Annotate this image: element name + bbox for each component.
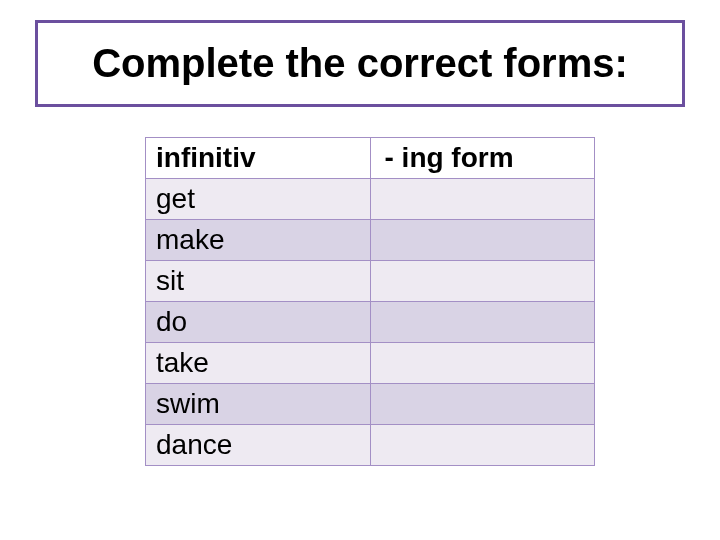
cell-ingform[interactable]	[370, 220, 595, 261]
cell-ingform[interactable]	[370, 179, 595, 220]
title-container: Complete the correct forms:	[35, 20, 685, 107]
header-infinitiv: infinitiv	[146, 138, 371, 179]
cell-infinitiv: do	[146, 302, 371, 343]
table-row: make	[146, 220, 595, 261]
cell-ingform[interactable]	[370, 302, 595, 343]
cell-ingform[interactable]	[370, 384, 595, 425]
cell-ingform[interactable]	[370, 343, 595, 384]
table-row: get	[146, 179, 595, 220]
header-ingform: - ing form	[370, 138, 595, 179]
table-row: take	[146, 343, 595, 384]
cell-ingform[interactable]	[370, 425, 595, 466]
cell-infinitiv: take	[146, 343, 371, 384]
cell-infinitiv: swim	[146, 384, 371, 425]
cell-infinitiv: dance	[146, 425, 371, 466]
table-row: sit	[146, 261, 595, 302]
cell-infinitiv: sit	[146, 261, 371, 302]
cell-infinitiv: make	[146, 220, 371, 261]
table-row: swim	[146, 384, 595, 425]
table-row: do	[146, 302, 595, 343]
cell-ingform[interactable]	[370, 261, 595, 302]
table-row: dance	[146, 425, 595, 466]
table-header-row: infinitiv - ing form	[146, 138, 595, 179]
forms-table: infinitiv - ing form get make sit do tak…	[145, 137, 595, 466]
cell-infinitiv: get	[146, 179, 371, 220]
page-title: Complete the correct forms:	[58, 41, 662, 86]
